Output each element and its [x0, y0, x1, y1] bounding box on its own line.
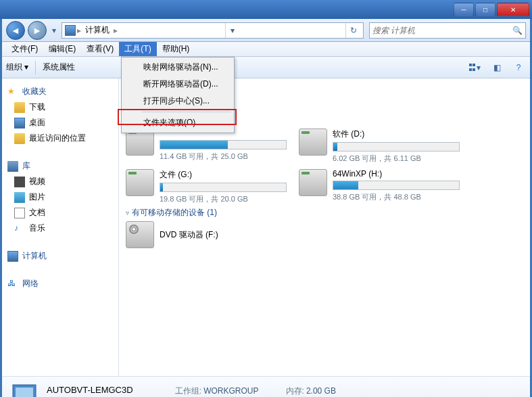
- close-button[interactable]: ✕: [497, 3, 529, 16]
- refresh-button[interactable]: ↻: [345, 23, 360, 38]
- star-icon: ★: [7, 87, 18, 97]
- menu-separator: [142, 112, 231, 112]
- drive-name: DVD 驱动器 (F:): [160, 229, 287, 241]
- menu-item-folder-options[interactable]: 文件夹选项(O)...: [123, 114, 233, 131]
- drive-item-g[interactable]: 文件 (G:) 19.8 GB 可用，共 20.0 GB: [126, 169, 287, 204]
- drive-item-d[interactable]: 软件 (D:) 6.02 GB 可用，共 6.11 GB: [299, 129, 460, 164]
- details-memory-value: 2.00 GB: [306, 386, 336, 396]
- svg-rect-1: [16, 388, 33, 398]
- section-removable[interactable]: 有可移动存储的设备 (1): [126, 207, 523, 218]
- documents-icon: [14, 208, 25, 218]
- tree-label: 文档: [29, 207, 45, 218]
- menu-item-disconnect-drive[interactable]: 断开网络驱动器(D)...: [123, 76, 233, 93]
- menu-help[interactable]: 帮助(H): [157, 42, 195, 56]
- drive-stat: 11.4 GB 可用，共 25.0 GB: [160, 151, 287, 162]
- tree-label: 视频: [29, 176, 45, 187]
- tree-libraries[interactable]: 库: [5, 158, 116, 174]
- videos-icon: [14, 177, 25, 187]
- tree-label: 桌面: [29, 117, 45, 129]
- drive-icon: [299, 129, 327, 156]
- main-area: ★ 收藏夹 下载 桌面 最近访问的位置 库 视频: [2, 78, 530, 376]
- folder-icon: [14, 133, 25, 144]
- desktop-icon: [14, 118, 25, 129]
- music-icon: ♪: [14, 223, 25, 234]
- drive-name: 软件 (D:): [333, 129, 460, 140]
- network-icon: 🖧: [7, 279, 18, 289]
- tree-label: 网络: [22, 278, 39, 289]
- drive-item-c[interactable]: 11.4 GB 可用，共 25.0 GB: [126, 129, 287, 164]
- window-titlebar: ─ □ ✕: [0, 0, 532, 19]
- usage-bar: [160, 183, 287, 192]
- menu-file[interactable]: 文件(F): [6, 42, 43, 56]
- tree-label: 下载: [29, 101, 45, 113]
- minimize-button[interactable]: ─: [454, 3, 474, 16]
- breadcrumb-computer[interactable]: 计算机: [82, 23, 112, 37]
- breadcrumb-sep: ▸: [76, 26, 82, 35]
- breadcrumb-sep[interactable]: ▸: [112, 26, 119, 35]
- menu-tools[interactable]: 工具(T): [119, 42, 156, 56]
- help-button[interactable]: ?: [511, 60, 526, 75]
- menu-item-sync-center[interactable]: 打开同步中心(S)...: [123, 93, 233, 110]
- computer-large-icon: [9, 381, 40, 398]
- details-pane: AUTOBVT-LEMGC3D 处理器: Intel(R) Core(TM) i…: [2, 376, 530, 397]
- dvd-icon: [126, 221, 154, 248]
- tree-music[interactable]: ♪ 音乐: [5, 220, 116, 236]
- drive-name: 文件 (G:): [160, 169, 287, 181]
- tree-videos[interactable]: 视频: [5, 174, 116, 189]
- maximize-button[interactable]: □: [475, 3, 495, 16]
- search-input[interactable]: [372, 26, 512, 35]
- tree-documents[interactable]: 文档: [5, 205, 116, 220]
- drive-icon: [299, 169, 327, 196]
- drive-item-h[interactable]: 64WinXP (H:) 38.8 GB 可用，共 48.8 GB: [299, 169, 460, 204]
- search-box[interactable]: 🔍: [369, 22, 526, 39]
- details-workgroup-label: 工作组:: [175, 386, 201, 396]
- tree-label: 图片: [29, 191, 45, 203]
- usage-bar: [333, 142, 460, 151]
- drive-stat: 6.02 GB 可用，共 6.11 GB: [333, 154, 460, 164]
- menu-bar: 文件(F) 编辑(E) 查看(V) 工具(T) 帮助(H) 映射网络驱动器(N)…: [2, 42, 530, 57]
- menu-edit[interactable]: 编辑(E): [43, 42, 81, 56]
- navigation-pane: ★ 收藏夹 下载 桌面 最近访问的位置 库 视频: [2, 78, 119, 376]
- drive-icon: [126, 169, 154, 196]
- address-bar[interactable]: ▸ 计算机 ▸ ▾ ↻: [62, 22, 364, 39]
- pictures-icon: [14, 192, 25, 203]
- address-dropdown-icon[interactable]: ▾: [225, 23, 240, 38]
- search-icon: 🔍: [512, 26, 523, 35]
- tree-label: 音乐: [29, 223, 45, 234]
- menu-item-map-drive[interactable]: 映射网络驱动器(N)...: [123, 59, 233, 76]
- libraries-icon: [7, 161, 18, 172]
- command-bar: 组织 ▾ 系统属性 打开控制面板 ▾ ◧ ?: [2, 57, 530, 78]
- drive-item-dvd[interactable]: DVD 驱动器 (F:): [126, 221, 287, 248]
- organize-button[interactable]: 组织 ▾: [6, 62, 28, 73]
- tree-downloads[interactable]: 下载: [5, 99, 116, 115]
- tree-network[interactable]: 🖧 网络: [5, 276, 116, 291]
- menu-view[interactable]: 查看(V): [81, 42, 119, 56]
- preview-pane-button[interactable]: ◧: [489, 60, 504, 75]
- forward-button[interactable]: ►: [28, 21, 47, 40]
- history-dropdown-icon[interactable]: ▾: [49, 24, 59, 37]
- details-name: AUTOBVT-LEMGC3D: [47, 385, 162, 395]
- tools-menu-dropdown: 映射网络驱动器(N)... 断开网络驱动器(D)... 打开同步中心(S)...…: [121, 57, 235, 133]
- computer-icon: [65, 25, 76, 36]
- usage-bar: [160, 140, 287, 149]
- tree-label: 库: [22, 160, 30, 172]
- view-options-button[interactable]: ▾: [466, 62, 483, 74]
- tree-label: 收藏夹: [22, 86, 47, 97]
- details-memory-label: 内存:: [286, 386, 304, 396]
- tree-label: 最近访问的位置: [29, 133, 86, 144]
- tree-pictures[interactable]: 图片: [5, 189, 116, 205]
- back-button[interactable]: ◄: [6, 21, 25, 40]
- navigation-bar: ◄ ► ▾ ▸ 计算机 ▸ ▾ ↻ 🔍: [2, 19, 530, 42]
- system-properties-button[interactable]: 系统属性: [43, 62, 75, 73]
- tree-computer[interactable]: 计算机: [5, 248, 116, 264]
- tree-recent[interactable]: 最近访问的位置: [5, 131, 116, 146]
- folder-icon: [14, 102, 25, 113]
- drive-name: 64WinXP (H:): [333, 169, 460, 179]
- details-workgroup-value: WORKGROUP: [203, 386, 258, 396]
- separator: [35, 61, 36, 74]
- tree-label: 计算机: [22, 250, 47, 262]
- usage-bar: [333, 181, 460, 190]
- tree-favorites[interactable]: ★ 收藏夹: [5, 84, 116, 99]
- tree-desktop[interactable]: 桌面: [5, 115, 116, 131]
- drive-stat: 38.8 GB 可用，共 48.8 GB: [333, 192, 460, 202]
